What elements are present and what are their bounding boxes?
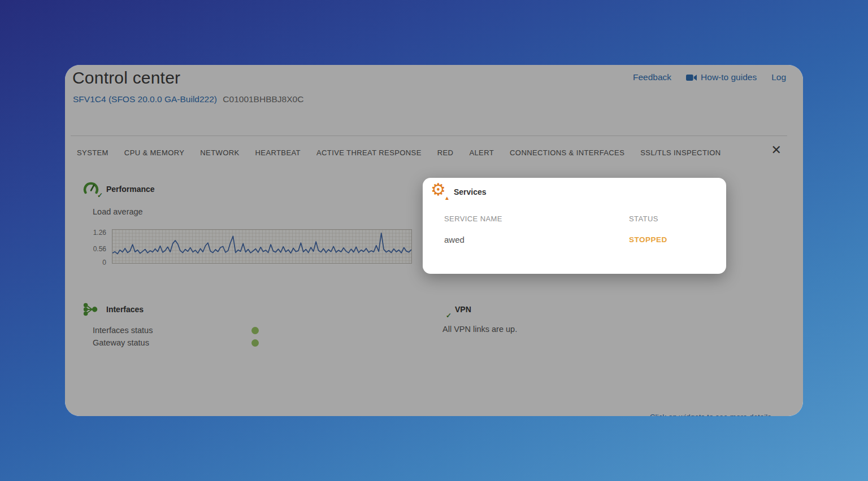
services-popup: ⚙ ▲ Services SERVICE NAME STATUS awed ST…: [423, 178, 726, 274]
service-name-cell: awed: [444, 235, 465, 244]
services-title: Services: [454, 187, 487, 196]
services-gear-icon: ⚙ ▲: [431, 181, 449, 198]
warning-triangle-icon: ▲: [444, 195, 450, 201]
service-name-column-header: SERVICE NAME: [444, 215, 502, 223]
status-column-header: STATUS: [629, 215, 658, 223]
service-status-badge[interactable]: STOPPED: [629, 235, 667, 244]
